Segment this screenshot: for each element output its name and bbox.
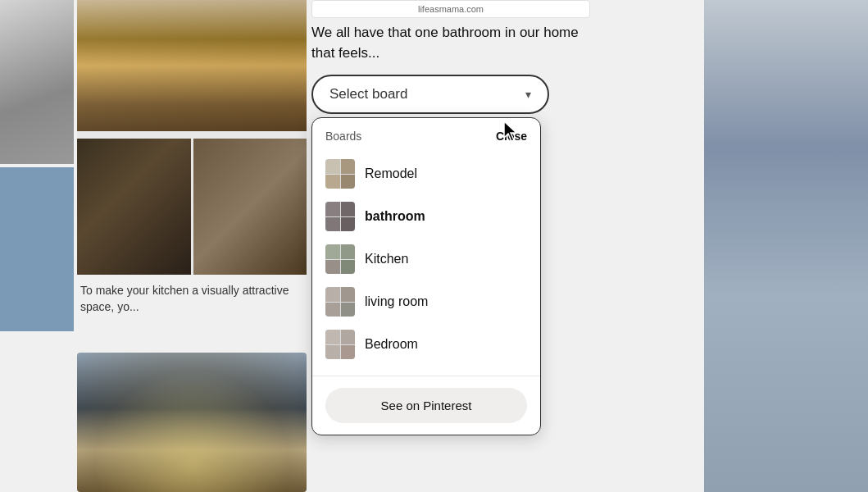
board-thumb-bathroom [325,202,355,231]
board-item-remodel[interactable]: Remodel [312,153,540,195]
board-list: RemodelbathroomKitchenliving roomBedroom [312,149,540,369]
grid-image-bottom-right [193,139,307,275]
bottom-left-image [77,353,307,492]
board-item-kitchen[interactable]: Kitchen [312,238,540,280]
board-thumb-cell-1 [341,244,356,259]
board-thumb-cell-1 [341,287,356,302]
left-card-text: To make your kitchen a visually attracti… [77,275,307,323]
board-name-remodel: Remodel [365,166,417,181]
close-button[interactable]: Close [496,130,527,143]
board-thumb-cell-1 [341,330,356,344]
board-thumb-cell-2 [325,175,340,189]
source-bar: lifeasmama.com [311,0,590,18]
board-thumb-cell-1 [341,202,356,216]
main-left-card: To make your kitchen a visually attracti… [77,0,307,323]
left-column [0,0,74,331]
grid-image-top [77,0,307,131]
board-thumb-cell-0 [325,330,340,344]
see-on-pinterest-button[interactable]: See on Pinterest [325,388,527,423]
pin-description: We all have that one bathroom in our hom… [311,23,590,63]
page-wrapper: To make your kitchen a visually attracti… [0,0,868,492]
select-board-label: Select board [329,86,407,102]
board-name-bathroom: bathroom [365,209,425,224]
left-card-title: To make your kitchen a visually attracti… [80,284,289,313]
board-thumb-cell-0 [325,202,340,216]
main-left-image-grid [77,0,307,275]
left-image-2 [0,167,74,331]
board-thumb-cell-0 [325,159,340,174]
dropdown-footer: See on Pinterest [312,376,540,435]
board-thumb-cell-3 [341,303,356,317]
board-item-living_room[interactable]: living room [312,280,540,323]
select-board-wrapper: Select board ▾ Boards Close Remodelbathr… [311,75,549,114]
right-section: lifeasmama.com We all have that one bath… [311,0,590,114]
board-name-kitchen: Kitchen [365,252,408,266]
board-thumb-cell-2 [325,217,340,232]
board-item-bedroom[interactable]: Bedroom [312,323,540,366]
select-board-button[interactable]: Select board ▾ [311,75,549,114]
board-thumb-kitchen [325,244,355,274]
board-thumb-bedroom [325,330,355,359]
board-thumb-cell-3 [341,345,356,360]
board-thumb-cell-0 [325,244,340,259]
board-name-bedroom: Bedroom [365,337,418,352]
left-image-1 [0,0,74,164]
board-name-living_room: living room [365,294,428,309]
board-thumb-living_room [325,287,355,317]
bottom-left-card [77,353,307,492]
chevron-down-icon: ▾ [525,88,531,101]
far-right-column [704,0,868,492]
board-dropdown: Boards Close RemodelbathroomKitchenlivin… [311,117,541,435]
boards-label: Boards [325,130,361,143]
board-thumb-cell-1 [341,159,356,174]
board-thumb-remodel [325,159,355,189]
far-right-image [704,0,868,492]
board-thumb-cell-0 [325,287,340,302]
grid-image-bottom-left [77,139,191,275]
board-thumb-cell-3 [341,175,356,189]
board-item-bathroom[interactable]: bathroom [312,195,540,238]
dropdown-header: Boards Close [312,118,540,149]
board-thumb-cell-3 [341,260,356,275]
board-thumb-cell-3 [341,217,356,232]
board-thumb-cell-2 [325,303,340,317]
board-thumb-cell-2 [325,345,340,360]
board-thumb-cell-2 [325,260,340,275]
